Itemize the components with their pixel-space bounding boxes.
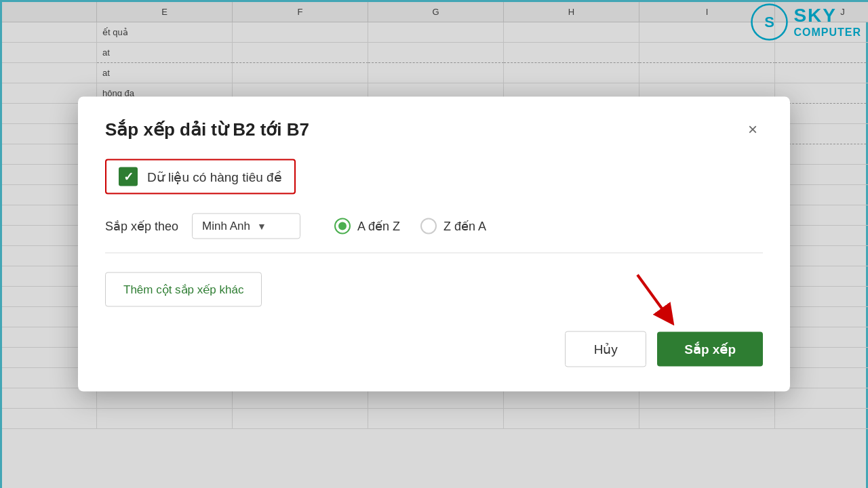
radio-circle-z-to-a[interactable] <box>420 218 437 235</box>
checkbox-label: Dữ liệu có hàng tiêu đề <box>147 169 282 184</box>
checkmark-icon: ✓ <box>123 169 134 184</box>
dialog-title: Sắp xếp dải từ B2 tới B7 <box>105 119 309 140</box>
sort-by-value: Minh Anh <box>202 220 250 233</box>
radio-z-to-a[interactable]: Z đến A <box>420 218 486 235</box>
checkbox-checked-box[interactable]: ✓ <box>119 167 138 186</box>
radio-a-to-z[interactable]: A đến Z <box>334 218 400 235</box>
sort-order-radio-group: A đến Z Z đến A <box>334 218 486 235</box>
arrow-annotation <box>624 268 685 329</box>
sort-by-label: Sắp xếp theo <box>105 219 178 234</box>
sort-options-row: Sắp xếp theo Minh Anh ▼ A đến Z Z đến A <box>105 214 763 253</box>
chevron-down-icon: ▼ <box>257 221 267 232</box>
sort-dialog: Sắp xếp dải từ B2 tới B7 × ✓ Dữ liệu có … <box>78 97 790 392</box>
radio-circle-a-to-z[interactable] <box>334 218 351 235</box>
radio-inner-a-to-z <box>338 222 347 230</box>
sort-confirm-button[interactable]: Sắp xếp <box>657 332 763 367</box>
add-sort-column-button[interactable]: Thêm cột sắp xếp khác <box>105 272 262 307</box>
svg-line-2 <box>637 275 668 317</box>
dialog-header: Sắp xếp dải từ B2 tới B7 × <box>105 119 763 140</box>
dialog-footer: Hủy Sắp xếp <box>105 331 763 367</box>
cancel-button[interactable]: Hủy <box>565 331 646 367</box>
radio-label-z-to-a: Z đến A <box>443 219 486 234</box>
sort-by-dropdown[interactable]: Minh Anh ▼ <box>192 214 300 239</box>
radio-label-a-to-z: A đến Z <box>357 219 400 234</box>
close-button[interactable]: × <box>743 119 763 140</box>
has-header-row[interactable]: ✓ Dữ liệu có hàng tiêu đề <box>105 159 296 195</box>
